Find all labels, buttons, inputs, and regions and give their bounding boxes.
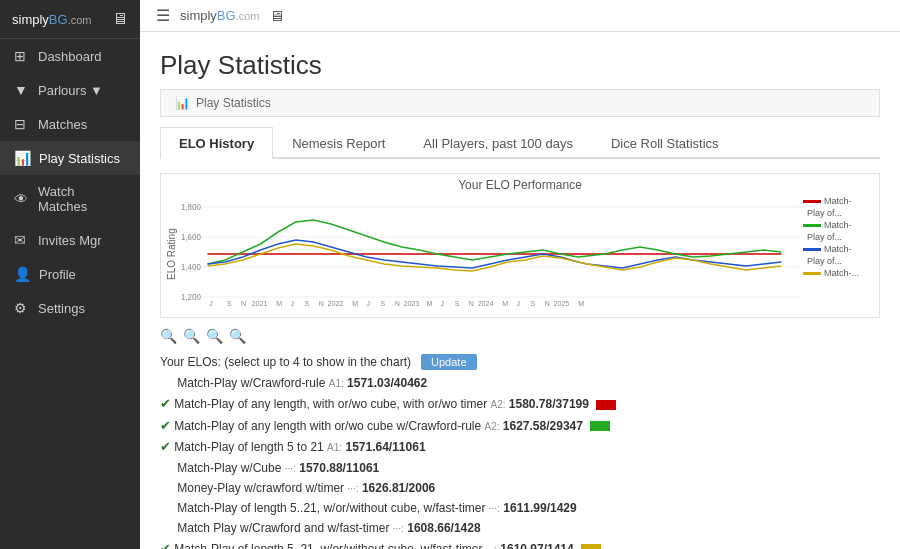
elo-header-text: Your ELOs: (select up to 4 to show in th…: [160, 355, 411, 369]
svg-text:N: N: [395, 299, 400, 307]
sidebar-item-watch-matches[interactable]: 👁Watch Matches: [0, 175, 140, 223]
sidebar-item-dashboard[interactable]: ⊞Dashboard: [0, 39, 140, 73]
sidebar-label-invites-mgr: Invites Mgr: [38, 233, 102, 248]
sidebar-label-matches: Matches: [38, 117, 87, 132]
elo-row-value-8: 1610.97/1414: [500, 542, 573, 550]
legend-item-3: Match-: [803, 220, 875, 230]
zoom-icon-4[interactable]: 🔍: [229, 328, 246, 344]
svg-text:M: M: [502, 299, 508, 307]
topbar: ☰ simplyBG.com 🖥: [140, 0, 900, 32]
tab-elo-history[interactable]: ELO History: [160, 127, 273, 159]
sidebar-icon-matches: ⊟: [14, 116, 30, 132]
svg-text:J: J: [209, 299, 213, 307]
elo-row-text-0: Match-Play w/Crawford-rule: [177, 376, 325, 390]
checkmark-1: ✔: [160, 396, 171, 411]
svg-text:2024: 2024: [478, 299, 494, 307]
svg-text:S: S: [305, 299, 310, 307]
checkmark-2: ✔: [160, 418, 171, 433]
elo-row-2[interactable]: ✔ Match-Play of any length with or/wo cu…: [160, 416, 880, 436]
elo-row-value-3: 1571.64/11061: [345, 440, 425, 454]
svg-text:1,400: 1,400: [181, 262, 201, 273]
elo-row-value-6: 1611.99/1429: [503, 501, 576, 515]
tab-dice-roll[interactable]: Dice Roll Statistics: [592, 127, 738, 159]
zoom-icon-1[interactable]: 🔍: [160, 328, 177, 344]
legend-item-2: Play of...: [803, 208, 875, 218]
monitor-icon: 🖥: [112, 10, 128, 28]
elo-row-text-7: Match Play w/Crawford and w/fast-timer: [177, 521, 389, 535]
elo-row-7[interactable]: Match Play w/Crawford and w/fast-timer ·…: [160, 519, 880, 537]
checkmark-8: ✔: [160, 541, 171, 550]
elo-row-value-1: 1580.78/37199: [509, 397, 589, 411]
elo-row-4[interactable]: Match-Play w/Cube ···: 1570.88/11061: [160, 459, 880, 477]
topbar-monitor-icon: 🖥: [269, 7, 284, 24]
chart-title: Your ELO Performance: [161, 174, 879, 192]
sidebar-item-matches[interactable]: ⊟Matches: [0, 107, 140, 141]
chart-svg-wrap: 1,800 1,600 1,400 1,200 J S N 2021 M J S…: [181, 192, 799, 317]
elo-row-text-3: Match-Play of length 5 to 21: [174, 440, 323, 454]
svg-text:2025: 2025: [554, 299, 570, 307]
elo-row-small-3: A1:: [327, 442, 342, 453]
elo-rows: Match-Play w/Crawford-rule A1: 1571.03/4…: [160, 374, 880, 549]
sidebar-icon-invites-mgr: ✉: [14, 232, 30, 248]
svg-text:1,200: 1,200: [181, 292, 201, 303]
svg-text:N: N: [241, 299, 246, 307]
elo-row-1[interactable]: ✔ Match-Play of any length, with or/wo c…: [160, 394, 880, 414]
sidebar-label-profile: Profile: [39, 267, 76, 282]
elo-row-small-4: ···:: [285, 463, 296, 474]
tab-all-players[interactable]: All Players, past 100 days: [404, 127, 592, 159]
elo-chart: Your ELO Performance ELO Rating 1,800 1,…: [160, 173, 880, 318]
elo-row-small-7: ···:: [393, 523, 404, 534]
elo-section: Your ELOs: (select up to 4 to show in th…: [160, 354, 880, 549]
elo-row-small-8: ···:: [486, 544, 497, 550]
svg-text:N: N: [545, 299, 550, 307]
svg-text:J: J: [516, 299, 520, 307]
sidebar-logo: simplyBG.com 🖥: [0, 0, 140, 39]
sidebar-label-play-statistics: Play Statistics: [39, 151, 120, 166]
elo-row-small-0: A1:: [329, 378, 344, 389]
breadcrumb-icon: 📊: [175, 96, 190, 110]
zoom-icon-3[interactable]: 🔍: [206, 328, 223, 344]
legend-item-1: Match-: [803, 196, 875, 206]
elo-row-small-5: ···:: [347, 483, 358, 494]
elo-row-value-2: 1627.58/29347: [503, 419, 583, 433]
y-axis-label: ELO Rating: [161, 192, 181, 317]
sidebar-item-settings[interactable]: ⚙Settings: [0, 291, 140, 325]
page-header: Play Statistics: [140, 32, 900, 89]
update-button[interactable]: Update: [421, 354, 476, 370]
elo-row-text-6: Match-Play of length 5..21, w/or/without…: [177, 501, 485, 515]
elo-row-3[interactable]: ✔ Match-Play of length 5 to 21 A1: 1571.…: [160, 437, 880, 457]
sidebar: simplyBG.com 🖥 ⊞Dashboard▼Parlours ▼⊟Mat…: [0, 0, 140, 549]
elo-row-5[interactable]: Money-Play w/crawford w/timer ···: 1626.…: [160, 479, 880, 497]
svg-text:J: J: [290, 299, 294, 307]
sidebar-label-dashboard: Dashboard: [38, 49, 102, 64]
elo-row-text-1: Match-Play of any length, with or/wo cub…: [174, 397, 487, 411]
sidebar-icon-profile: 👤: [14, 266, 31, 282]
elo-row-value-4: 1570.88/11061: [299, 461, 379, 475]
legend-item-7: Match-...: [803, 268, 875, 278]
svg-text:M: M: [352, 299, 358, 307]
tab-nemesis-report[interactable]: Nemesis Report: [273, 127, 404, 159]
page-title: Play Statistics: [160, 50, 880, 81]
zoom-icon-2[interactable]: 🔍: [183, 328, 200, 344]
elo-row-small-2: A2:: [484, 421, 499, 432]
elo-row-text-8: Match-Play of length 5..21, w/or/without…: [174, 542, 482, 550]
sidebar-item-profile[interactable]: 👤Profile: [0, 257, 140, 291]
checkmark-3: ✔: [160, 439, 171, 454]
logo-text: simplyBG.com: [12, 12, 91, 27]
elo-row-0[interactable]: Match-Play w/Crawford-rule A1: 1571.03/4…: [160, 374, 880, 392]
svg-text:1,600: 1,600: [181, 232, 201, 243]
sidebar-icon-parlours: ▼: [14, 82, 30, 98]
elo-row-8[interactable]: ✔ Match-Play of length 5..21, w/or/witho…: [160, 539, 880, 550]
sidebar-icon-dashboard: ⊞: [14, 48, 30, 64]
sidebar-item-parlours[interactable]: ▼Parlours ▼: [0, 73, 140, 107]
svg-text:J: J: [366, 299, 370, 307]
breadcrumb: 📊 Play Statistics: [160, 89, 880, 117]
svg-text:N: N: [469, 299, 474, 307]
sidebar-item-invites-mgr[interactable]: ✉Invites Mgr: [0, 223, 140, 257]
elo-row-small-6: ···:: [489, 503, 500, 514]
sidebar-item-play-statistics[interactable]: 📊Play Statistics: [0, 141, 140, 175]
svg-text:M: M: [276, 299, 282, 307]
elo-row-6[interactable]: Match-Play of length 5..21, w/or/without…: [160, 499, 880, 517]
elo-row-small-1: A2:: [490, 399, 505, 410]
legend-item-6: Play of...: [803, 256, 875, 266]
